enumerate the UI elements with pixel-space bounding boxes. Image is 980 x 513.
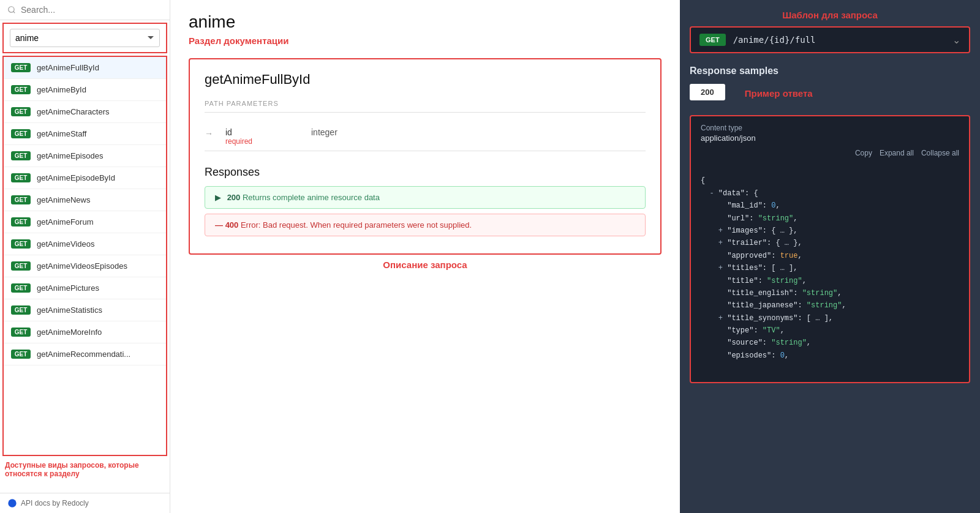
response-200-code: 200 <box>227 193 241 202</box>
nav-item-getAnimeEpisodes[interactable]: GET getAnimeEpisodes <box>4 145 166 167</box>
response-sample-box: Content type application/json Copy Expan… <box>690 115 970 383</box>
sidebar-footer: API docs by Redocly <box>0 493 170 513</box>
desc-label: Описание запроса <box>189 260 662 270</box>
nav-item-label: getAnimeForum <box>37 217 93 227</box>
content-type-value: application/json <box>701 133 959 143</box>
nav-item-label: getAnimeStaff <box>37 129 86 138</box>
api-card: getAnimeFullById PATH PARAMETERS → id re… <box>189 58 662 255</box>
nav-item-label: getAnimeVideosEpisodes <box>37 261 127 271</box>
nav-item-label: getAnimeEpisodeById <box>37 173 115 182</box>
redocly-icon <box>7 498 17 508</box>
request-template-label: Шаблон для запроса <box>690 10 970 20</box>
response-samples-title: Response samples <box>690 66 970 77</box>
request-path: /anime/{id}/full <box>733 35 952 45</box>
content-type-label: Content type <box>701 124 959 132</box>
nav-item-getAnimeStaff[interactable]: GET getAnimeStaff <box>4 123 166 145</box>
json-code: { - "data": { "mal_id": 0, "url": "strin… <box>701 162 959 375</box>
copy-expand-row: Copy Expand all Collapse all <box>701 149 959 157</box>
main-content: anime Раздел документации getAnimeFullBy… <box>170 0 680 513</box>
expand-all-button[interactable]: Expand all <box>880 149 914 157</box>
copy-button[interactable]: Copy <box>855 149 872 157</box>
nav-item-getAnimeFull[interactable]: GET getAnimeFullById <box>4 57 166 79</box>
chevron-down-icon[interactable]: ⌄ <box>952 34 960 46</box>
nav-item-label: getAnimeEpisodes <box>37 151 103 160</box>
get-badge: GET <box>11 195 31 204</box>
section-select-wrapper: anime manga characters people <box>2 23 167 53</box>
nav-item-label: getAnimeCharacters <box>37 107 110 116</box>
get-badge: GET <box>11 217 31 227</box>
responses-title: Responses <box>205 166 646 179</box>
section-documentation-label: Раздел документации <box>189 36 662 46</box>
nav-item-label: getAnimeRecommendati... <box>37 350 130 359</box>
get-badge: GET <box>11 261 31 271</box>
get-badge: GET <box>11 129 31 138</box>
path-params-label: PATH PARAMETERS <box>205 100 646 113</box>
nav-item-getAnimeCharacters[interactable]: GET getAnimeCharacters <box>4 101 166 123</box>
page-title: anime <box>189 12 662 32</box>
response-200-text: Returns complete anime resource data <box>243 193 380 202</box>
get-badge: GET <box>11 173 31 182</box>
response-tab-200[interactable]: 200 <box>690 84 725 100</box>
nav-item-getAnimeEpisodeById[interactable]: GET getAnimeEpisodeById <box>4 167 166 189</box>
nav-item-getAnimeVideosEpisodes[interactable]: GET getAnimeVideosEpisodes <box>4 255 166 277</box>
response-400-dash: — <box>215 220 225 230</box>
nav-item-getAnimeById[interactable]: GET getAnimeById <box>4 79 166 101</box>
nav-item-label: getAnimePictures <box>37 283 99 293</box>
param-type: integer <box>311 127 337 137</box>
svg-point-0 <box>9 7 14 12</box>
collapse-all-button[interactable]: Collapse all <box>921 149 959 157</box>
param-name: id <box>225 127 299 137</box>
get-badge: GET <box>11 283 31 293</box>
nav-item-getAnimePictures[interactable]: GET getAnimePictures <box>4 277 166 299</box>
svg-line-1 <box>13 12 15 13</box>
nav-item-getAnimeStatistics[interactable]: GET getAnimeStatistics <box>4 299 166 321</box>
get-badge: GET <box>11 85 31 94</box>
search-icon <box>7 6 16 14</box>
nav-item-getAnimeForum[interactable]: GET getAnimeForum <box>4 211 166 233</box>
response-400-text: Error: Bad request. When required parame… <box>241 220 472 230</box>
nav-item-label: getAnimeMoreInfo <box>37 328 102 337</box>
search-input[interactable] <box>21 5 162 15</box>
responses-section: Responses ▶ 200 Returns complete anime r… <box>205 166 646 236</box>
get-badge: GET <box>11 328 31 337</box>
footer-label: API docs by Redocly <box>21 499 89 507</box>
response-tab-row: 200 Пример ответа <box>690 84 970 108</box>
nav-item-label: getAnimeVideos <box>37 239 94 249</box>
request-template-box: GET /anime/{id}/full ⌄ <box>690 26 970 53</box>
nav-item-getAnimeRecommendati[interactable]: GET getAnimeRecommendati... <box>4 343 166 365</box>
get-badge: GET <box>11 151 31 160</box>
nav-item-label: getAnimeStatistics <box>37 305 102 315</box>
api-card-title: getAnimeFullById <box>205 72 646 88</box>
param-name-block: id required <box>225 127 299 146</box>
response-sample-label: Пример ответа <box>745 88 813 99</box>
requests-label-text: Доступные виды запросов, которые относят… <box>5 461 165 478</box>
response-200[interactable]: ▶ 200 Returns complete anime resource da… <box>205 186 646 209</box>
param-row-id: → id required integer <box>205 122 646 151</box>
response-400: — 400 Error: Bad request. When required … <box>205 214 646 236</box>
nav-item-label: getAnimeNews <box>37 195 90 204</box>
right-panel-inner: Шаблон для запроса GET /anime/{id}/full … <box>680 0 980 513</box>
right-panel: Шаблон для запроса GET /anime/{id}/full … <box>680 0 980 513</box>
request-get-badge: GET <box>699 34 726 46</box>
get-badge: GET <box>11 305 31 315</box>
nav-list: GET getAnimeFullById GET getAnimeById GE… <box>2 56 167 456</box>
nav-item-label: getAnimeFullById <box>37 63 99 72</box>
param-required: required <box>225 137 299 146</box>
get-badge: GET <box>11 350 31 359</box>
nav-item-getAnimeMoreInfo[interactable]: GET getAnimeMoreInfo <box>4 321 166 343</box>
response-400-code: 400 <box>225 220 239 230</box>
search-bar <box>0 0 170 20</box>
svg-point-2 <box>8 499 16 507</box>
nav-item-getAnimeVideos[interactable]: GET getAnimeVideos <box>4 233 166 255</box>
param-arrow: → <box>205 129 213 138</box>
sidebar: anime manga characters people GET getAni… <box>0 0 170 513</box>
requests-section-label: Доступные виды запросов, которые относят… <box>0 459 170 493</box>
get-badge: GET <box>11 239 31 249</box>
get-badge: GET <box>11 63 31 72</box>
get-badge: GET <box>11 107 31 116</box>
nav-item-getAnimeNews[interactable]: GET getAnimeNews <box>4 189 166 211</box>
nav-item-label: getAnimeById <box>37 85 86 94</box>
section-select[interactable]: anime manga characters people <box>10 29 160 47</box>
